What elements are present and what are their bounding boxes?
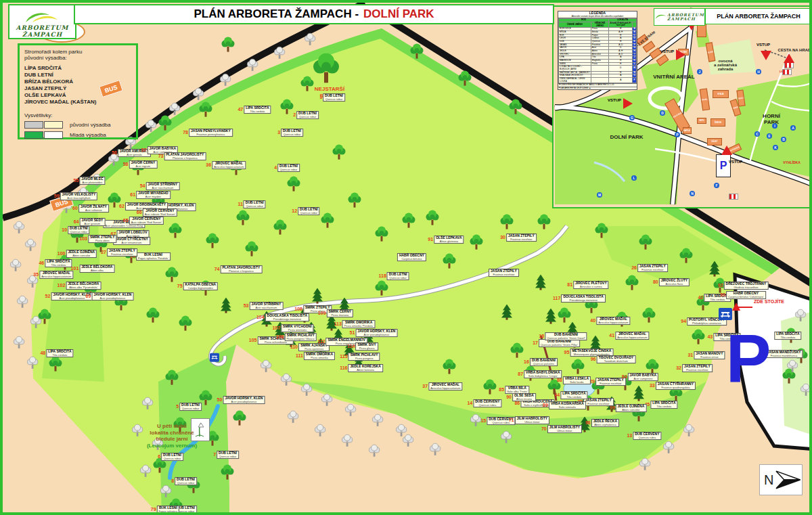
title-prefix: PLÁN ARBORETA ŽAMPACH - (194, 7, 359, 21)
tree-label-92: 92DŘEZOVEC TROJTRNNÝGleditsia triacantho… (718, 282, 769, 290)
young-tree-icon (509, 99, 523, 115)
inset-marker-G: G (629, 115, 635, 120)
tree-label-47: 47LÍPA SRDČITÁTilia cordata (238, 106, 271, 114)
tree-label-4: 4DUB LETNÍQuercus robur (274, 164, 300, 172)
conifer-tree-icon (633, 386, 644, 402)
tree-label-71: 71JILM HABROLISTÝUlmus minor (509, 416, 549, 424)
young-tree-icon (639, 234, 653, 250)
inset-building-info: INFO (697, 118, 706, 124)
five-oaks-latin: (Leucojum vernum) (147, 443, 197, 449)
tree-label: JASAN ZTEPILÝFraxinus excelsior (488, 269, 519, 277)
young-tree-icon (443, 359, 457, 375)
tree-label-114: 114SMRK SIVÝPicea glauca (347, 342, 378, 351)
inset-logo: ARBORETUM ŽAMPACH (654, 8, 705, 26)
young-tree-icon (458, 70, 472, 87)
young-tree-icon (199, 102, 213, 118)
oldest-tree-icon (312, 53, 340, 83)
tree-label-88: 88VRBA LESKLÁSalix lucida (557, 376, 591, 384)
young-tree-icon (571, 359, 585, 375)
entrance-arrow-icon (623, 98, 633, 109)
tree-label-104: 104DOUGLASKA TISOLISTÁPseudotsuga menzie… (256, 313, 309, 321)
tree-label-32: 32JASAN ZTEPILÝFraxinus excelsior (676, 364, 713, 372)
entrance-arrow-icon (761, 51, 771, 60)
tree-label-75: 75KATALPA OBECNÁCatalpa bignonioides (177, 282, 218, 290)
tree-label-16: 16DUB BAHENNÍQuercus palustris (524, 358, 558, 366)
young-tree-icon (146, 307, 160, 323)
tree-label-40: 40JÍROVEC MAĎALAesculus hippocastanum (590, 317, 630, 325)
young-tree-icon (221, 464, 235, 480)
entrance-label: VSTUP (757, 43, 770, 47)
old-tree-icon (281, 373, 294, 387)
tree-label-80: 80JÍROVEC ŽLUTÝAesculus flava (653, 278, 690, 286)
young-tree-icon (470, 234, 484, 250)
you-are-here-line (738, 307, 752, 308)
entrance-arrow-icon (784, 53, 794, 63)
inset-marker-I: I (772, 123, 777, 129)
species-item: OLŠE LEPKAVÁ (24, 92, 131, 99)
tree-label-98: 98JEDLE ŘECKÁAbies cephalonica (585, 419, 619, 427)
tree-label-31: 31JASAN MANOVÝFraxinus ornus (687, 351, 725, 359)
tree-label-118: 118DUB LETNÍQuercus robur (379, 272, 409, 280)
tree-label-55: 55JAVOR MLÉČAcer platanoides (73, 177, 105, 185)
inset-title: PLÁN ARBORETA ŽAMPACH (705, 8, 812, 24)
info-intro1: Stromořadí kolem parku (24, 49, 131, 55)
tree-label-2: 2DUB LETNÍQuercus robur (293, 111, 319, 119)
tree-label-79: 79BUK LESNÍFagus sylvatica (151, 506, 179, 514)
arboretum-logo: ARBORETUM ŽAMPACH (8, 4, 76, 39)
young-tree-icon (625, 275, 639, 291)
tree-label-64: 64JAVOR ŠEDÝAcer griseum (74, 218, 106, 226)
old-tree-icon (639, 457, 652, 472)
inset-marker-D: D (660, 110, 665, 116)
tree-label-87: 87VRBA BABYLONSKÁSalix babylonica 'Crisp… (518, 370, 562, 378)
inset-marker-B: B (781, 137, 786, 142)
old-tree-icon (25, 238, 38, 252)
inset-area-label: VYHLÍDKA (783, 160, 800, 164)
legend-title: Vysvětlivky: (24, 112, 131, 118)
info-intro2: původní výsadba: (24, 55, 131, 61)
entrance-label: VSTUP (729, 160, 742, 164)
old-tree-icon (145, 119, 158, 133)
tree-label-74: 74PLATAN JAVOROLISTÝPlatanus x hispanica (215, 265, 263, 273)
tree-label-116: 116JEDLE KOREJSKÁAbies koreana (340, 364, 383, 372)
overview-inset-map: LEGENDAAbecední seznam skupin dřevin dle… (552, 5, 812, 208)
young-tree-icon (287, 176, 301, 192)
old-tree-icon (274, 46, 287, 60)
tree-rows-info-box: Stromořadí kolem parku původní výsadba: … (18, 43, 138, 139)
conifer-tree-icon (535, 275, 546, 291)
tree-label-58: 58JAVOR ČERNÝAcer nigrum (123, 160, 158, 169)
old-tree-icon (315, 424, 328, 438)
inset-marker-P: P (675, 132, 680, 137)
you-are-here-label: ZDE STOJÍTE (754, 299, 784, 304)
tree-label-61: 61JAVOR MIYABEHOAcer miyabei (130, 191, 171, 199)
old-tree-icon (345, 403, 358, 418)
tree-label-1: 1DUB LETNÍQuercus robur (319, 93, 345, 102)
tree-label-26: 26JASAN ZTEPILÝFraxinus excelsior (631, 264, 668, 272)
young-tree-icon (410, 43, 424, 60)
young-tree-icon (233, 410, 247, 426)
species-item: JÍROVEC MAĎAL (KAŠTAN) (24, 99, 131, 106)
tree-label-70: 70JILM HABROLISTÝUlmus minor (541, 425, 582, 433)
old-tree-icon (800, 383, 812, 397)
tree-label-115: 115SMRK PICHLAVÝPicea pungens (340, 353, 380, 361)
old-tree-icon (220, 73, 233, 87)
old-tree-icon (30, 315, 43, 330)
young-tree-icon (558, 307, 572, 323)
young-tree-icon (443, 253, 457, 269)
tree-label-113: 113SMRK OMORIKAPicea omorika 'Pendula' (334, 320, 376, 328)
old-tree-icon (261, 359, 273, 374)
tree-label-103: 103SMRK ZTEPILÝPicea abies (79, 235, 116, 243)
young-tree-icon (537, 214, 551, 230)
old-tree-icon (132, 424, 145, 438)
inset-building-šimon: ŠIMON (710, 118, 725, 127)
tree-label-99: 99JEDLE OJÍNĚNÁAbies concolor (610, 404, 647, 412)
tree-label-93: 93HABR OBECNÝCarpinus betulus 'Columnari… (720, 291, 766, 299)
inset-marker-M: M (597, 192, 602, 198)
species-list: LÍPA SRDČITÁDUB LETNÍBŘÍZA BĚLOKORÁJASAN… (24, 65, 131, 106)
old-tree-icon (787, 359, 800, 374)
young-tree-icon (49, 356, 63, 372)
tree-label-69: 69JAVOR HORSKÝ, KLENAcer pseudoplatanus (86, 292, 134, 300)
trail-flag-icon (782, 69, 792, 75)
young-tree-icon (646, 359, 660, 375)
inset-marker-A: A (790, 125, 796, 131)
inset-area-label: ovocná a zelinářská zahrada (714, 59, 737, 71)
